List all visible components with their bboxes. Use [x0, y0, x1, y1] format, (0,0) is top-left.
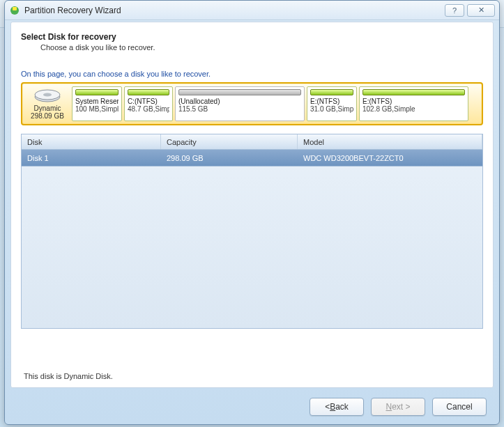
- instruction-text: On this page, you can choose a disk you …: [21, 70, 483, 78]
- partition-detail: 102.8 GB,Simple: [362, 105, 465, 113]
- page-subtitle: Choose a disk you like to recover.: [40, 43, 483, 52]
- usage-bar: [178, 89, 301, 95]
- partition-p5[interactable]: E:(NTFS)102.8 GB,Simple: [359, 86, 468, 121]
- next-button[interactable]: Next >: [371, 398, 425, 416]
- partition-p4[interactable]: E:(NTFS)31.0 GB,Simple: [307, 86, 357, 121]
- partition-name: C:(NTFS): [128, 98, 169, 105]
- status-hint: This disk is Dynamic Disk.: [24, 372, 113, 380]
- client-area: Select Disk for recovery Choose a disk y…: [10, 22, 494, 388]
- partition-detail: 100 MB,Simple: [75, 105, 119, 113]
- hard-disk-icon: [33, 88, 61, 103]
- partition-p3[interactable]: (Unallocated)115.5 GB: [175, 86, 305, 121]
- svg-point-4: [43, 93, 52, 97]
- partition-detail: 31.0 GB,Simple: [310, 105, 353, 113]
- col-header-disk[interactable]: Disk: [22, 134, 161, 149]
- partition-detail: 48.7 GB,Simple: [128, 105, 169, 113]
- partition-name: E:(NTFS): [362, 98, 465, 105]
- disk-map[interactable]: Dynamic 298.09 GB System Reserv100 MB,Si…: [21, 82, 483, 125]
- cancel-button[interactable]: Cancel: [432, 398, 487, 416]
- usage-bar: [310, 89, 353, 95]
- back-button[interactable]: < Back: [310, 398, 364, 416]
- disk-capacity: 298.09 GB: [31, 112, 64, 120]
- cell-capacity: 298.09 GB: [161, 154, 298, 162]
- page-title: Select Disk for recovery: [21, 32, 483, 42]
- partition-name: System Reserv: [75, 98, 119, 105]
- partition-p1[interactable]: System Reserv100 MB,Simple: [72, 86, 122, 121]
- window-title: Partition Recovery Wizard: [24, 6, 121, 15]
- app-icon: [9, 5, 20, 16]
- table-row[interactable]: Disk 1 298.09 GB WDC WD3200BEVT-22ZCT0: [22, 150, 482, 166]
- usage-bar: [75, 89, 119, 95]
- table-header: Disk Capacity Model: [22, 134, 482, 150]
- help-button[interactable]: ?: [445, 4, 464, 17]
- svg-rect-1: [13, 7, 17, 10]
- disk-summary: Dynamic 298.09 GB: [25, 86, 70, 121]
- usage-bar: [128, 89, 169, 95]
- partition-p2[interactable]: C:(NTFS)48.7 GB,Simple: [124, 86, 173, 121]
- col-header-model[interactable]: Model: [298, 134, 482, 149]
- col-header-capacity[interactable]: Capacity: [161, 134, 298, 149]
- wizard-window: Partition Recovery Wizard ? ✕ Select Dis…: [4, 0, 500, 425]
- partition-name: E:(NTFS): [310, 98, 353, 105]
- usage-bar: [362, 89, 465, 95]
- close-icon: ✕: [478, 6, 484, 15]
- partition-detail: 115.5 GB: [178, 105, 301, 113]
- cell-model: WDC WD3200BEVT-22ZCT0: [298, 154, 482, 162]
- disk-type: Dynamic: [34, 104, 61, 112]
- help-icon: ?: [452, 6, 457, 15]
- titlebar[interactable]: Partition Recovery Wizard ? ✕: [5, 1, 499, 20]
- wizard-buttons: < Back Next > Cancel: [310, 398, 487, 416]
- partition-name: (Unallocated): [178, 98, 301, 105]
- disk-table: Disk Capacity Model Disk 1 298.09 GB WDC…: [21, 134, 483, 329]
- cell-disk: Disk 1: [22, 154, 161, 162]
- close-button[interactable]: ✕: [467, 4, 495, 17]
